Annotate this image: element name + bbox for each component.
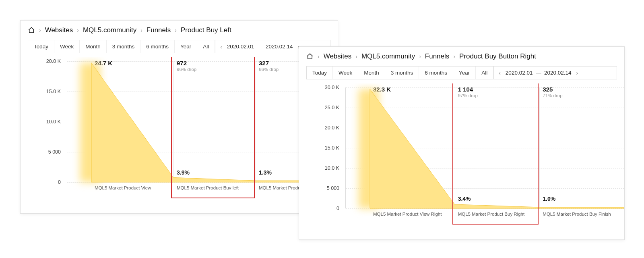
y-tick: 20.0 K [299,125,343,131]
funnel-chart: 20.0 K15.0 K10.0 K5 0000 24.7 KMQL5 Mark… [21,57,338,206]
crumb-current: Product Buy Button Right [459,52,536,60]
x-axis-label: MQL5 Market Produ [259,185,301,190]
y-tick: 10.0 K [299,165,343,171]
svg-marker-3 [370,89,624,208]
breadcrumb: › Websites › MQL5.community › Funnels › … [21,21,338,38]
range-all[interactable]: All [197,40,215,53]
home-icon[interactable] [306,53,314,60]
range-month[interactable]: Month [358,67,385,79]
range-year[interactable]: Year [175,40,197,53]
date-range-text: 2020.02.01 — 2020.02.14 [225,44,295,50]
range-3months[interactable]: 3 months [385,67,419,79]
range-year[interactable]: Year [453,67,476,79]
chevron-right-icon: › [175,27,177,33]
x-axis-label: MQL5 Market Product Buy Right [458,212,525,216]
range-6months[interactable]: 6 months [419,67,453,79]
y-tick: 20.0 K [21,58,65,64]
x-axis-label: MQL5 Market Product View Right [373,212,442,216]
chevron-right-icon: › [355,53,357,60]
breadcrumb: › Websites › MQL5.community › Funnels › … [299,47,624,64]
crumb-funnels[interactable]: Funnels [147,26,171,34]
range-today[interactable]: Today [307,67,333,79]
y-axis: 30.0 K25.0 K20.0 K15.0 K10.0 K5 0000 [299,87,343,208]
range-month[interactable]: Month [80,40,107,53]
chevron-right-icon: › [318,53,320,60]
chevron-left-icon[interactable]: ‹ [496,70,503,76]
date-range-picker[interactable]: ‹ 2020.02.01 — 2020.02.14 › [215,40,304,53]
range-6months[interactable]: 6 months [140,40,175,53]
plot-area: 24.7 KMQL5 Market Product View97296% dro… [67,61,338,182]
time-range-bar: Today Week Month 3 months 6 months Year … [306,66,617,79]
y-tick: 5 000 [299,185,343,191]
crumb-websites[interactable]: Websites [324,52,352,60]
chevron-left-icon[interactable]: ‹ [218,44,225,50]
date-range-text: 2020.02.01 — 2020.02.14 [503,70,574,76]
range-week[interactable]: Week [54,40,80,53]
range-3months[interactable]: 3 months [107,40,141,53]
crumb-current: Product Buy Left [181,26,231,34]
chevron-right-icon: › [39,27,41,33]
y-tick: 15.0 K [21,89,65,94]
chevron-right-icon[interactable]: › [574,70,581,76]
crumb-site[interactable]: MQL5.community [83,26,136,34]
y-tick: 30.0 K [299,85,343,90]
panel-left: › Websites › MQL5.community › Funnels › … [20,20,338,214]
range-today[interactable]: Today [28,40,54,53]
chevron-right-icon: › [453,53,455,60]
crumb-funnels[interactable]: Funnels [425,52,449,60]
y-tick: 0 [299,206,343,211]
range-week[interactable]: Week [333,67,358,79]
date-range-picker[interactable]: ‹ 2020.02.01 — 2020.02.14 › [493,67,583,79]
time-range-bar: Today Week Month 3 months 6 months Year … [28,40,330,53]
chevron-right-icon: › [419,53,421,60]
y-tick: 15.0 K [299,145,343,151]
home-icon[interactable] [28,27,35,34]
chevron-right-icon: › [140,27,142,33]
y-tick: 0 [21,179,65,185]
y-tick: 10.0 K [21,119,65,125]
y-tick: 25.0 K [299,105,343,110]
y-tick: 5 000 [21,149,65,155]
range-all[interactable]: All [476,67,493,79]
plot-area: 32.3 KMQL5 Market Product View Right1 10… [345,87,624,208]
crumb-websites[interactable]: Websites [45,26,73,34]
y-axis: 20.0 K15.0 K10.0 K5 0000 [21,61,65,182]
x-axis-label: MQL5 Market Product View [95,185,151,190]
x-axis-label: MQL5 Market Product Buy left [177,185,239,190]
x-axis-label: MQL5 Market Product Buy Finish [543,212,611,216]
crumb-site[interactable]: MQL5.community [361,52,415,60]
funnel-chart: 30.0 K25.0 K20.0 K15.0 K10.0 K5 0000 32.… [299,83,624,233]
panel-right: › Websites › MQL5.community › Funnels › … [299,46,625,240]
chevron-right-icon: › [77,27,79,33]
